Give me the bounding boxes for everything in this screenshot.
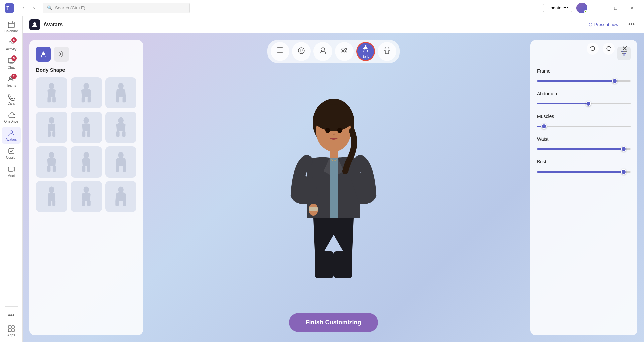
sidebar-item-calendar[interactable]: Calendar <box>2 19 21 35</box>
muscles-slider[interactable] <box>537 126 631 127</box>
tab-body[interactable]: Body <box>356 42 375 61</box>
body-shape-item[interactable] <box>36 77 67 108</box>
sidebar: Calendar 6 Activity 5 Chat <box>0 16 23 342</box>
meet-icon <box>7 165 15 173</box>
bust-label: Bust <box>537 159 631 164</box>
svg-rect-71 <box>309 207 318 211</box>
slider-abdomen: Abdomen <box>537 91 631 106</box>
search-placeholder-text: Search (Ctrl+E) <box>55 5 85 10</box>
svg-rect-14 <box>8 329 11 332</box>
sidebar-divider <box>5 306 18 307</box>
sidebar-apps-label: Apps <box>7 333 15 337</box>
app-header: Avatars ⬡ Present now ••• <box>23 16 644 33</box>
svg-point-65 <box>313 104 354 131</box>
editor-close-button[interactable]: ✕ <box>619 43 631 55</box>
redo-button[interactable] <box>603 43 615 55</box>
svg-rect-53 <box>123 166 126 172</box>
titlebar: T ‹ › 🔍 Search (Ctrl+E) Update ••• − □ ✕ <box>0 0 644 16</box>
forward-button[interactable]: › <box>29 3 39 13</box>
activity-badge: 6 <box>11 37 17 43</box>
search-bar[interactable]: 🔍 Search (Ctrl+E) <box>43 3 190 13</box>
svg-point-26 <box>60 53 62 55</box>
sidebar-calls-label: Calls <box>7 102 15 106</box>
search-icon: 🔍 <box>47 5 52 10</box>
activity-icon: 6 <box>7 39 15 47</box>
finish-customizing-button[interactable]: Finish Customizing <box>289 313 378 332</box>
calendar-icon <box>7 21 15 29</box>
minimize-button[interactable]: − <box>591 3 607 13</box>
svg-point-33 <box>118 83 123 89</box>
present-now-button[interactable]: ⬡ Present now <box>585 20 622 29</box>
body-shape-item[interactable] <box>71 77 102 108</box>
abdomen-label: Abdomen <box>537 91 631 96</box>
avatars-icon <box>7 129 15 137</box>
body-shape-item[interactable] <box>71 112 102 143</box>
teams-logo-icon: T <box>4 3 15 13</box>
main-container: Calendar 6 Activity 5 Chat <box>0 16 644 342</box>
body-shape-item[interactable] <box>71 181 102 212</box>
titlebar-left: T ‹ › 🔍 Search (Ctrl+E) <box>4 3 190 13</box>
avatar[interactable] <box>576 3 587 13</box>
sidebar-item-more[interactable]: ••• <box>2 309 21 321</box>
sidebar-item-teams[interactable]: 2 Teams <box>2 73 21 90</box>
sidebar-copilot-label: Copilot <box>6 156 16 160</box>
tab-scene[interactable] <box>271 42 289 61</box>
waist-slider[interactable] <box>537 148 631 150</box>
abdomen-slider[interactable] <box>537 103 631 104</box>
tab-head[interactable] <box>313 42 332 61</box>
svg-rect-35 <box>122 97 126 102</box>
svg-rect-43 <box>116 131 119 137</box>
close-button[interactable]: ✕ <box>625 3 640 13</box>
tab-style[interactable] <box>335 42 354 61</box>
sidebar-chat-label: Chat <box>8 66 15 70</box>
svg-point-45 <box>49 152 54 158</box>
panel-tab-shape[interactable] <box>36 47 51 62</box>
bust-slider[interactable] <box>537 171 631 173</box>
user-status-indicator <box>584 10 587 13</box>
slider-bust: Bust <box>537 159 631 174</box>
sidebar-item-chat[interactable]: 5 Chat <box>2 55 21 72</box>
tab-face[interactable] <box>292 42 311 61</box>
svg-rect-34 <box>116 97 119 102</box>
avatar-preview <box>250 33 417 342</box>
waist-label: Waist <box>537 136 631 142</box>
body-shape-item[interactable] <box>36 146 67 178</box>
sidebar-item-meet[interactable]: Meet <box>2 163 21 180</box>
body-shape-item[interactable] <box>105 146 136 178</box>
app-title: Avatars <box>43 22 63 28</box>
editor-toolbar: ✕ <box>587 43 631 55</box>
sidebar-item-activity[interactable]: 6 Activity <box>2 37 21 53</box>
sidebar-item-avatars[interactable]: Avatars <box>2 127 21 144</box>
undo-button[interactable] <box>587 43 599 55</box>
svg-rect-49 <box>82 166 86 172</box>
body-shape-item[interactable] <box>105 181 136 212</box>
sidebar-item-onedrive[interactable]: OneDrive <box>2 109 21 126</box>
sidebar-avatars-label: Avatars <box>6 138 17 142</box>
panel-tab-extras[interactable] <box>54 47 69 62</box>
scene-tab-icon <box>276 47 284 56</box>
svg-rect-29 <box>52 97 56 102</box>
sidebar-item-calls[interactable]: Calls <box>2 91 21 108</box>
svg-rect-44 <box>122 131 125 137</box>
update-button[interactable]: Update ••• <box>543 4 572 12</box>
style-tab-icon <box>340 47 348 56</box>
body-shape-item[interactable] <box>36 181 67 212</box>
slider-waist: Waist <box>537 136 631 151</box>
frame-slider[interactable] <box>537 80 631 82</box>
tab-outfit[interactable] <box>378 42 396 61</box>
app-area: Avatars ⬡ Present now ••• <box>23 16 644 342</box>
body-shape-item[interactable] <box>105 77 136 108</box>
body-shape-item[interactable] <box>105 112 136 143</box>
body-shape-item[interactable] <box>71 146 102 178</box>
back-button[interactable]: ‹ <box>19 3 28 13</box>
body-shape-item[interactable] <box>36 112 67 143</box>
maximize-button[interactable]: □ <box>608 3 623 13</box>
sidebar-item-copilot[interactable]: Copilot <box>2 145 21 162</box>
sidebar-teams-label: Teams <box>6 84 16 88</box>
avatar-figure <box>280 91 387 285</box>
sidebar-item-apps[interactable]: Apps <box>2 323 21 339</box>
svg-rect-32 <box>88 97 91 102</box>
svg-rect-28 <box>47 97 51 102</box>
svg-point-25 <box>43 52 44 53</box>
header-more-button[interactable]: ••• <box>626 20 637 29</box>
